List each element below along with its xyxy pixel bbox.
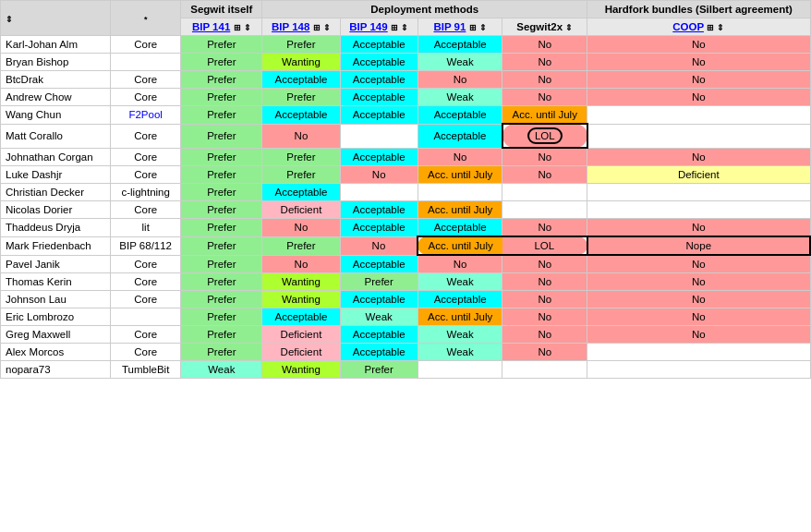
cell-bip91 [418, 361, 502, 379]
cell-aff: TumbleBit [111, 361, 181, 379]
cell-segwit2x: No [502, 255, 587, 273]
cell-bip148: Acceptable [262, 184, 340, 201]
table-row: nopara73TumbleBitWeakWantingPrefer [1, 361, 811, 379]
cell-bip91: Acc. until July [418, 166, 502, 184]
table-row: Thomas KerinCorePreferWantingPreferWeakN… [1, 273, 811, 291]
table-row: Andrew ChowCorePreferPreferAcceptableWea… [1, 89, 811, 106]
cell-segwit2x: LOL [502, 124, 587, 148]
cell-segwit2x: No [502, 54, 587, 71]
cell-developer: Pavel Janik [1, 255, 111, 273]
sort-bip148[interactable]: ⇕ [323, 23, 331, 32]
cell-segwit2x [502, 201, 587, 219]
cell-aff: Core [111, 344, 181, 361]
cell-developer: Thomas Kerin [1, 273, 111, 291]
cell-bip91: Weak [418, 89, 502, 106]
cell-bip141: Prefer [181, 166, 262, 184]
group-header-segwit: Segwit itself [181, 1, 262, 18]
cell-segwit2x: LOL [502, 236, 587, 255]
group-header-hardfork: Hardfork bundles (Silbert agreement) [587, 1, 810, 18]
table-row: Christian Deckerc-lightningPreferAccepta… [1, 184, 811, 201]
cell-bip148: Prefer [262, 89, 340, 106]
sort-bip141[interactable]: ⇕ [244, 23, 251, 32]
cell-bip141: Prefer [181, 148, 262, 166]
cell-segwit2x [502, 184, 587, 201]
cell-developer: Thaddeus Dryja [1, 219, 111, 237]
col-header-coop[interactable]: COOP ⊞ ⇕ [587, 18, 810, 36]
cell-bip148: Wanting [262, 361, 340, 379]
sort-arrow-developer[interactable]: ⇕ [6, 15, 13, 24]
sort-segwit2x[interactable]: ⇕ [565, 23, 573, 32]
col-header-bip141[interactable]: BIP 141 ⊞ ⇕ [181, 18, 262, 36]
cell-aff [111, 308, 181, 326]
col-header-bip91[interactable]: BIP 91 ⊞ ⇕ [418, 18, 502, 36]
cell-bip148: Acceptable [262, 106, 340, 125]
table-row: BtcDrakCorePreferAcceptableAcceptableNoN… [1, 71, 811, 89]
cell-bip141: Prefer [181, 36, 262, 54]
cell-aff: BIP 68/112 [111, 236, 181, 255]
cell-aff: Core [111, 71, 181, 89]
sort-coop[interactable]: ⇕ [717, 23, 724, 32]
cell-bip149: Acceptable [340, 201, 418, 219]
cell-coop: No [587, 273, 810, 291]
cell-bip91: Acc. until July [418, 236, 502, 255]
cell-bip148: No [262, 219, 340, 237]
cell-bip141: Prefer [181, 273, 262, 291]
table-row: Mark FriedenbachBIP 68/112PreferPreferNo… [1, 236, 811, 255]
cell-bip91: Weak [418, 326, 502, 344]
col-header-developer[interactable]: ⇕ [1, 1, 111, 36]
cell-aff: Core [111, 148, 181, 166]
cell-aff [111, 54, 181, 71]
cell-aff: c-lightning [111, 184, 181, 201]
cell-bip141: Prefer [181, 291, 262, 308]
cell-bip91: Weak [418, 54, 502, 71]
cell-bip91: Acceptable [418, 106, 502, 125]
cell-bip148: Prefer [262, 166, 340, 184]
sort-arrow-aff[interactable]: * [144, 15, 148, 24]
col-header-segwit2x[interactable]: Segwit2x ⇕ [502, 18, 587, 36]
col-header-bip149[interactable]: BIP 149 ⊞ ⇕ [340, 18, 418, 36]
cell-developer: BtcDrak [1, 71, 111, 89]
cell-bip149: No [340, 236, 418, 255]
cell-bip148: Wanting [262, 291, 340, 308]
cell-bip148: Prefer [262, 148, 340, 166]
cell-bip141: Prefer [181, 124, 262, 148]
cell-bip149: Acceptable [340, 255, 418, 273]
cell-bip141: Prefer [181, 344, 262, 361]
sort-bip91[interactable]: ⇕ [479, 23, 487, 32]
cell-bip141: Prefer [181, 308, 262, 326]
cell-segwit2x: No [502, 166, 587, 184]
cell-coop: No [587, 326, 810, 344]
cell-coop [587, 106, 810, 125]
cell-bip149: Weak [340, 308, 418, 326]
cell-segwit2x: No [502, 148, 587, 166]
cell-coop: No [587, 219, 810, 237]
cell-coop: No [587, 291, 810, 308]
sort-bip149[interactable]: ⇕ [401, 23, 408, 32]
cell-segwit2x [502, 361, 587, 379]
cell-coop: No [587, 71, 810, 89]
cell-coop: No [587, 308, 810, 326]
table-row: Bryan BishopPreferWantingAcceptableWeakN… [1, 54, 811, 71]
cell-aff: Core [111, 166, 181, 184]
cell-coop: No [587, 89, 810, 106]
cell-bip148: Wanting [262, 273, 340, 291]
table-row: Nicolas DorierCorePreferDeficientAccepta… [1, 201, 811, 219]
cell-coop [587, 201, 810, 219]
cell-bip141: Weak [181, 361, 262, 379]
cell-bip91 [418, 184, 502, 201]
cell-segwit2x: No [502, 326, 587, 344]
cell-bip148: Deficient [262, 326, 340, 344]
cell-bip149: Acceptable [340, 89, 418, 106]
cell-bip149: Acceptable [340, 326, 418, 344]
cell-bip148: No [262, 124, 340, 148]
col-header-aff[interactable]: * [111, 1, 181, 36]
cell-bip148: Prefer [262, 236, 340, 255]
cell-bip141: Prefer [181, 201, 262, 219]
table-row: Karl-Johan AlmCorePreferPreferAcceptable… [1, 36, 811, 54]
cell-coop: Nope [587, 236, 810, 255]
cell-developer: Mark Friedenbach [1, 236, 111, 255]
cell-bip91: Acc. until July [418, 308, 502, 326]
cell-developer: Bryan Bishop [1, 54, 111, 71]
col-header-bip148[interactable]: BIP 148 ⊞ ⇕ [262, 18, 340, 36]
cell-bip149: Acceptable [340, 36, 418, 54]
